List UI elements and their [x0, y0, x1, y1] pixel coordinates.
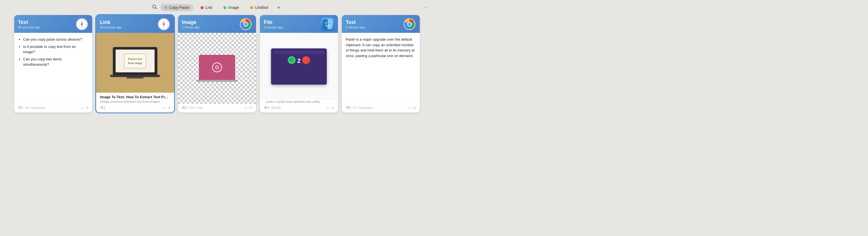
card-time-4: 2 minutes ago	[264, 26, 283, 29]
card-shortcut-4: ⌘4	[264, 106, 269, 110]
finder-icon-4	[321, 18, 334, 31]
card-file-4[interactable]: File 2 minutes ago	[260, 15, 338, 112]
file-num: 2	[297, 57, 301, 65]
tab-image[interactable]: Image	[219, 4, 243, 11]
tab-dot-image	[223, 6, 226, 9]
card-file-preview-4: 🛡 2 🔴	[260, 33, 338, 100]
card-time-2: 54 seconds ago	[100, 26, 122, 29]
add-tab-button[interactable]: +	[276, 4, 282, 11]
tab-untitled-label: Untitled	[255, 5, 268, 10]
card-header-3: Image 1 minute ago	[178, 15, 256, 33]
svg-line-1	[155, 7, 157, 9]
card-footer-2: ⌘2 ↙→A	[96, 104, 174, 112]
card-footer-right-3: ↙→A	[245, 106, 252, 110]
svg-rect-32	[328, 19, 330, 29]
card-body-5: Paste is a major upgrade over the defaul…	[342, 33, 420, 104]
cards-container: Text 36 seconds ago	[0, 15, 434, 118]
svg-point-42	[409, 23, 411, 25]
chrome-icon-5	[403, 18, 416, 31]
card-type-5: Text	[346, 20, 365, 25]
tab-dot-link	[200, 6, 204, 9]
card-time-3: 1 minute ago	[182, 26, 200, 29]
card-link-url-2: setapp.com/how-to/extract-text-from-imag…	[96, 100, 174, 104]
card-footer-4: ⌘4 106 KB ↙→A	[260, 104, 338, 112]
card-text-1[interactable]: Text 36 seconds ago	[14, 15, 92, 112]
bullet-1-3: Can you copy two items simultaneously?	[23, 57, 88, 67]
card-shortcut-2: ⌘2	[100, 106, 105, 110]
more-options-button[interactable]: ···	[424, 5, 428, 10]
tab-copy-paste-label: Copy-Paste	[169, 5, 189, 10]
card-header-2: Link 54 seconds ago	[96, 15, 174, 33]
gear-icon-3: ⚙	[212, 62, 222, 72]
card-shortcut-1: ⌘1	[18, 106, 23, 110]
card-footer-5: ⌘5 171 characters ↙→A	[342, 104, 420, 112]
svg-point-36	[329, 23, 330, 24]
card-meta-4: 106 KB	[271, 106, 281, 109]
laptop-mockup-2: Extract text from image	[113, 47, 157, 75]
card-time-5: 2 minutes ago	[346, 26, 365, 29]
card-header-1: Text 36 seconds ago	[14, 15, 92, 33]
chrome-icon-3	[239, 18, 252, 31]
card-filename-4: ...ymac-x-smart-scan-optimize-mac.webp	[260, 100, 338, 104]
card-header-5: Text 2 minutes ago	[342, 15, 420, 33]
card-link-2[interactable]: Link 54 seconds ago Extract	[96, 15, 174, 112]
card-link-title-2: Image To Text: How To Extract Text Fr...	[96, 93, 174, 100]
card-header-4: File 2 minutes ago	[260, 15, 338, 33]
card-shortcut-3: ⌘3	[182, 106, 187, 110]
card-body-1: Can you copy paste across devices? Is it…	[14, 33, 92, 104]
tab-untitled[interactable]: Untitled	[246, 4, 272, 11]
svg-point-10	[81, 24, 83, 25]
card-time-1: 36 seconds ago	[18, 26, 40, 29]
search-icon[interactable]	[152, 4, 157, 11]
card-footer-right-5: ↙→A	[408, 106, 416, 110]
tab-link[interactable]: Link	[197, 4, 216, 11]
card-footer-right-4: ↙→A	[327, 106, 334, 110]
safari-icon-2	[157, 18, 170, 31]
card-type-2: Link	[100, 20, 122, 25]
card-type-4: File	[264, 20, 283, 25]
card-footer-1: ⌘1 167 characters ↙→A	[14, 104, 92, 112]
tab-dot-untitled	[250, 6, 253, 9]
shield-green-icon: 🛡	[288, 56, 296, 64]
svg-point-27	[245, 23, 247, 25]
laptop-img-3: ⚙	[199, 55, 235, 80]
safari-icon-1	[75, 18, 88, 31]
shield-red-icon: 🔴	[302, 56, 310, 64]
card-text-content-5: Paste is a major upgrade over the defaul…	[346, 37, 416, 59]
tab-copy-paste[interactable]: Copy-Paste	[160, 4, 193, 11]
bullet-1-1: Can you copy paste across devices?	[23, 37, 88, 42]
card-meta-3: 720 × 242	[189, 106, 203, 109]
tab-link-label: Link	[205, 5, 213, 10]
card-text-5[interactable]: Text 2 minutes ago Paste is a major upgr…	[342, 15, 420, 112]
card-link-preview-2: Extract text from image	[96, 33, 174, 93]
card-meta-1: 167 characters	[25, 106, 45, 109]
card-shortcut-5: ⌘5	[346, 106, 351, 110]
extract-text-label: Extract text from image	[124, 54, 146, 68]
tab-dot-copy-paste	[164, 6, 167, 9]
card-type-3: Image	[182, 20, 200, 25]
file-screenshot-4: 🛡 2 🔴	[271, 48, 327, 85]
card-meta-5: 171 characters	[353, 106, 373, 109]
card-footer-right-1: ↙→A	[81, 106, 88, 110]
card-type-1: Text	[18, 20, 40, 25]
card-footer-3: ⌘3 720 × 242 ↙→A	[178, 104, 256, 112]
card-image-3[interactable]: Image 1 minute ago	[178, 15, 256, 112]
card-image-preview-3: ⚙	[178, 33, 256, 104]
tab-image-label: Image	[228, 5, 239, 10]
card-footer-right-2: ↙→A	[163, 106, 170, 110]
bullet-1-2: Is it possible to copy text from an imag…	[23, 44, 88, 55]
svg-point-34	[326, 23, 327, 24]
topbar: Copy-Paste Link Image Untitled + ···	[0, 0, 434, 15]
svg-point-20	[163, 24, 165, 25]
svg-rect-30	[325, 19, 328, 29]
